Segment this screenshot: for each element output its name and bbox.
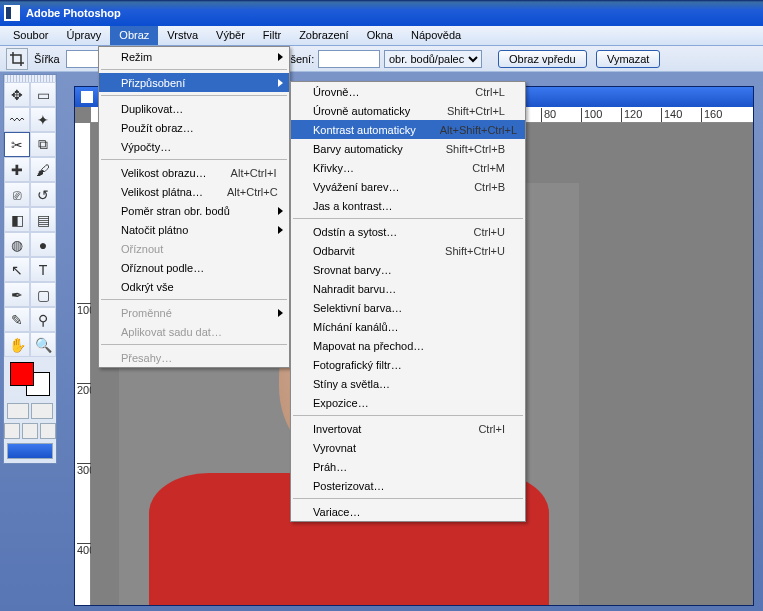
- toolbox: ✥ ▭ 〰 ✦ ✂ ⧉ ✚ 🖌 ⎚ ↺ ◧ ▤ ◍ ● ↖ T ✒ ▢ ✎ ⚲ …: [3, 74, 57, 464]
- gradient-tool[interactable]: ▤: [30, 207, 56, 232]
- menu-bar: Soubor Úpravy Obraz Vrstva Výběr Filtr Z…: [0, 26, 763, 46]
- menuitem-variace[interactable]: Variace…: [291, 502, 525, 521]
- menuitem-velikost-platna[interactable]: Velikost plátna…Alt+Ctrl+C: [99, 182, 289, 201]
- menu-filtr[interactable]: Filtr: [254, 26, 290, 45]
- stamp-tool[interactable]: ⎚: [4, 182, 30, 207]
- screen-mode-2-icon[interactable]: [22, 423, 38, 439]
- menuitem-selektivni-barva[interactable]: Selektivní barva…: [291, 298, 525, 317]
- menu-vyber[interactable]: Výběr: [207, 26, 254, 45]
- menuitem-pouzit-obraz[interactable]: Použít obraz…: [99, 118, 289, 137]
- crop-tool-icon[interactable]: [6, 48, 28, 70]
- menuitem-odbarvit[interactable]: OdbarvitShift+Ctrl+U: [291, 241, 525, 260]
- slice-tool[interactable]: ⧉: [30, 132, 56, 157]
- front-image-button[interactable]: Obraz vpředu: [498, 50, 587, 68]
- shape-tool[interactable]: ▢: [30, 282, 56, 307]
- crop-tool[interactable]: ✂: [4, 132, 30, 157]
- width-label: Šířka: [34, 53, 60, 65]
- menuitem-prah[interactable]: Práh…: [291, 457, 525, 476]
- menu-upravy[interactable]: Úpravy: [57, 26, 110, 45]
- lasso-tool[interactable]: 〰: [4, 107, 30, 132]
- menuitem-aplikovat-sadu: Aplikovat sadu dat…: [99, 322, 289, 341]
- dropdown-prizpusobeni: Úrovně…Ctrl+L Úrovně automatickyShift+Ct…: [290, 81, 526, 522]
- menuitem-nahradit-barvu[interactable]: Nahradit barvu…: [291, 279, 525, 298]
- app-title: Adobe Photoshop: [26, 7, 121, 19]
- menuitem-velikost-obrazu[interactable]: Velikost obrazu…Alt+Ctrl+I: [99, 163, 289, 182]
- menuitem-prizpusobeni[interactable]: Přizpůsobení: [99, 73, 289, 92]
- move-tool[interactable]: ✥: [4, 82, 30, 107]
- menuitem-expozice[interactable]: Expozice…: [291, 393, 525, 412]
- app-icon: [4, 5, 20, 21]
- eyedropper-tool[interactable]: ⚲: [30, 307, 56, 332]
- wand-tool[interactable]: ✦: [30, 107, 56, 132]
- menuitem-vypocty[interactable]: Výpočty…: [99, 137, 289, 156]
- zoom-tool[interactable]: 🔍: [30, 332, 56, 357]
- menuitem-oriznout: Oříznout: [99, 239, 289, 258]
- menu-okna[interactable]: Okna: [358, 26, 402, 45]
- document-icon: [81, 91, 93, 103]
- menuitem-barvy-auto[interactable]: Barvy automatickyShift+Ctrl+B: [291, 139, 525, 158]
- type-tool[interactable]: T: [30, 257, 56, 282]
- menu-obraz[interactable]: Obraz: [110, 26, 158, 45]
- menuitem-michani-kanalu[interactable]: Míchání kanálů…: [291, 317, 525, 336]
- menuitem-natocit-platno[interactable]: Natočit plátno: [99, 220, 289, 239]
- menuitem-presahy: Přesahy…: [99, 348, 289, 367]
- standard-mode-icon[interactable]: [7, 403, 29, 419]
- resolution-input[interactable]: [318, 50, 380, 68]
- hand-tool[interactable]: ✋: [4, 332, 30, 357]
- menuitem-invertovat[interactable]: InvertovatCtrl+I: [291, 419, 525, 438]
- menu-vrstva[interactable]: Vrstva: [158, 26, 207, 45]
- screen-mode-3-icon[interactable]: [40, 423, 56, 439]
- title-bar: Adobe Photoshop: [0, 0, 763, 26]
- pen-tool[interactable]: ✒: [4, 282, 30, 307]
- marquee-tool[interactable]: ▭: [30, 82, 56, 107]
- color-swatches[interactable]: [10, 362, 50, 396]
- menuitem-pomer-stran[interactable]: Poměr stran obr. bodů: [99, 201, 289, 220]
- dropdown-obraz: Režim Přizpůsobení Duplikovat… Použít ob…: [98, 46, 290, 368]
- history-brush-tool[interactable]: ↺: [30, 182, 56, 207]
- menuitem-duplikovat[interactable]: Duplikovat…: [99, 99, 289, 118]
- toolbox-grip[interactable]: [4, 75, 56, 82]
- brush-tool[interactable]: 🖌: [30, 157, 56, 182]
- ruler-vertical: 100 200 300 400: [75, 123, 91, 605]
- foreground-color[interactable]: [10, 362, 34, 386]
- imageready-icon[interactable]: [7, 443, 53, 459]
- menuitem-vyvazeni-barev[interactable]: Vyvážení barev…Ctrl+B: [291, 177, 525, 196]
- clear-button[interactable]: Vymazat: [596, 50, 660, 68]
- menuitem-promenne: Proměnné: [99, 303, 289, 322]
- menuitem-jas-kontrast[interactable]: Jas a kontrast…: [291, 196, 525, 215]
- path-tool[interactable]: ↖: [4, 257, 30, 282]
- menuitem-krivky[interactable]: Křivky…Ctrl+M: [291, 158, 525, 177]
- menu-zobrazeni[interactable]: Zobrazení: [290, 26, 358, 45]
- menuitem-kontrast-auto[interactable]: Kontrast automatickyAlt+Shift+Ctrl+L: [291, 120, 525, 139]
- notes-tool[interactable]: ✎: [4, 307, 30, 332]
- menuitem-rezim[interactable]: Režim: [99, 47, 289, 66]
- heal-tool[interactable]: ✚: [4, 157, 30, 182]
- menuitem-mapovat-prechod[interactable]: Mapovat na přechod…: [291, 336, 525, 355]
- screen-mode-1-icon[interactable]: [4, 423, 20, 439]
- units-select[interactable]: obr. bodů/palec: [384, 50, 482, 68]
- menuitem-urovne-auto[interactable]: Úrovně automatickyShift+Ctrl+L: [291, 101, 525, 120]
- blur-tool[interactable]: ◍: [4, 232, 30, 257]
- dodge-tool[interactable]: ●: [30, 232, 56, 257]
- menuitem-urovne[interactable]: Úrovně…Ctrl+L: [291, 82, 525, 101]
- menu-napoveda[interactable]: Nápověda: [402, 26, 470, 45]
- menuitem-fotograficky-filtr[interactable]: Fotografický filtr…: [291, 355, 525, 374]
- eraser-tool[interactable]: ◧: [4, 207, 30, 232]
- menuitem-srovnat-barvy[interactable]: Srovnat barvy…: [291, 260, 525, 279]
- menuitem-odkryt-vse[interactable]: Odkrýt vše: [99, 277, 289, 296]
- menuitem-oriznout-podle[interactable]: Oříznout podle…: [99, 258, 289, 277]
- menu-soubor[interactable]: Soubor: [4, 26, 57, 45]
- menuitem-posterizovat[interactable]: Posterizovat…: [291, 476, 525, 495]
- menuitem-vyrovnat[interactable]: Vyrovnat: [291, 438, 525, 457]
- menuitem-odstin-sytost[interactable]: Odstín a sytost…Ctrl+U: [291, 222, 525, 241]
- quickmask-mode-icon[interactable]: [31, 403, 53, 419]
- menuitem-stiny-svetla[interactable]: Stíny a světla…: [291, 374, 525, 393]
